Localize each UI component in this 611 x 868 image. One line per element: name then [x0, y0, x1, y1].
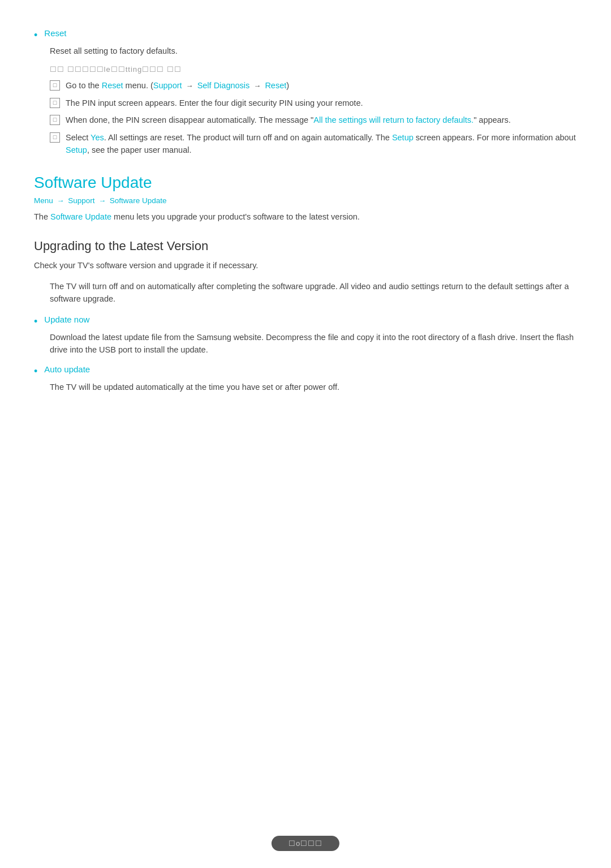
update-now-section: • Update now Download the latest update …	[34, 315, 577, 356]
upgrading-note-block: The TV will turn off and on automaticall…	[50, 280, 577, 306]
step-4: ☐ Select Yes. All settings are reset. Th…	[50, 131, 577, 157]
step-3-text: When done, the PIN screen disappear auto…	[66, 114, 577, 126]
reset-label: Reset	[44, 28, 66, 38]
breadcrumb-arrow1: →	[57, 196, 67, 205]
upgrading-heading: Upgrading to the Latest Version	[34, 239, 577, 253]
update-now-desc-block: Download the latest update file from the…	[50, 331, 577, 356]
reset-bullet: • Reset	[34, 28, 577, 41]
step3-factory-link: All the settings will return to factory …	[313, 115, 474, 124]
reset-description: Reset all setting to factory defaults.	[50, 45, 577, 57]
bullet-dot: •	[34, 29, 37, 41]
step-2-text: The PIN input screen appears. Enter the …	[66, 97, 577, 109]
breadcrumb-software-update: Software Update	[110, 196, 167, 205]
step-1-text: Go to the Reset menu. (Support → Self Di…	[66, 79, 577, 92]
reset-steps: ☐ Go to the Reset menu. (Support → Self …	[50, 79, 577, 156]
step4-yes-link: Yes	[91, 133, 104, 142]
software-update-heading: Software Update	[34, 174, 577, 192]
software-update-breadcrumb: Menu → Support → Software Update	[34, 196, 577, 205]
auto-update-label: Auto update	[44, 364, 90, 374]
update-now-label: Update now	[44, 315, 89, 324]
step-2: ☐ The PIN input screen appears. Enter th…	[50, 97, 577, 109]
auto-update-desc-block: The TV will be updated automatically at …	[50, 381, 577, 393]
step-icon-3: ☐	[50, 115, 60, 125]
bullet-dot-auto: •	[34, 366, 37, 377]
auto-update-bullet: • Auto update	[34, 364, 577, 377]
breadcrumb-arrow2: →	[98, 196, 108, 205]
upgrading-intro: Check your TV's software version and upg…	[34, 259, 577, 272]
step-4-text: Select Yes. All settings are reset. The …	[66, 131, 577, 157]
auto-update-description: The TV will be updated automatically at …	[50, 381, 577, 393]
step-1: ☐ Go to the Reset menu. (Support → Self …	[50, 79, 577, 92]
step-icon-1: ☐	[50, 80, 60, 91]
intro-software-update-link: Software Update	[50, 212, 111, 221]
step-3: ☐ When done, the PIN screen disappear au…	[50, 114, 577, 126]
step4-setup-link: Setup	[392, 133, 414, 142]
reset-description-block: Reset all setting to factory defaults.	[50, 45, 577, 57]
step1-support-link: Support	[153, 81, 182, 90]
step-icon-4: ☐	[50, 132, 60, 143]
upgrading-note: The TV will turn off and on automaticall…	[50, 280, 577, 306]
step4-setup2-link: Setup	[66, 145, 87, 154]
step1-reset-link: Reset	[102, 81, 123, 90]
update-now-description: Download the latest update file from the…	[50, 331, 577, 356]
step1-reset2-link: Reset	[265, 81, 286, 90]
step-icon-2: ☐	[50, 98, 60, 108]
auto-update-section: • Auto update The TV will be updated aut…	[34, 364, 577, 393]
page-footer: ☐o☐☐☐	[272, 836, 339, 851]
software-update-intro: The Software Update menu lets you upgrad…	[34, 210, 577, 223]
bullet-dot-update: •	[34, 316, 37, 328]
garbled-line: ☐☐ ☐☐☐☐☐le☐☐tting☐☐☐ ☐☐	[50, 65, 577, 74]
update-now-bullet: • Update now	[34, 315, 577, 328]
footer-text: ☐o☐☐☐	[289, 839, 322, 848]
breadcrumb-menu: Menu	[34, 196, 53, 205]
step1-selfdiag-link: Self Diagnosis	[197, 81, 250, 90]
breadcrumb-support: Support	[68, 196, 94, 205]
